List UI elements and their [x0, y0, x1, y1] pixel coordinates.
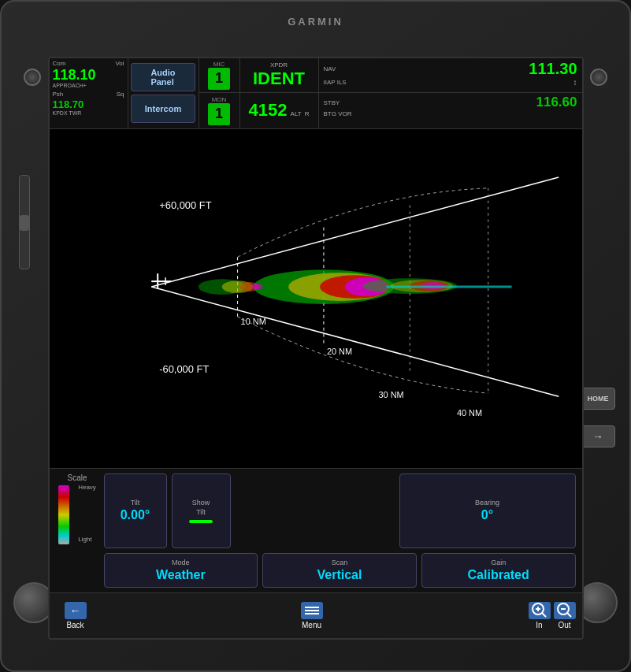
mic-num[interactable]: 1 [208, 68, 230, 90]
nav-section: NAV 111.30 IIAP ILS ↕ STBY 116.60 BTG VO… [319, 58, 582, 128]
scale-label: Scale [67, 473, 87, 482]
status-com-freq[interactable]: Com Freq / Psh Nav ▶ [317, 639, 582, 640]
menu-button[interactable]: Menu [292, 599, 332, 633]
tilt-button[interactable]: Tilt 0.00° [104, 473, 167, 548]
right-knob-top[interactable] [590, 69, 607, 86]
menu-line-1 [305, 607, 319, 608]
controls-area: Scale Heavy Light Tilt 0.00° [50, 468, 582, 592]
controls-row1: Scale Heavy Light Tilt 0.00° [56, 473, 576, 548]
bearing-button[interactable]: Bearing 0° [399, 473, 576, 548]
nav-arrow-icon: ↕ [573, 78, 577, 87]
show-tilt-button[interactable]: Show Tilt [172, 473, 231, 548]
xpdr-r-label: R [305, 110, 310, 117]
show-tilt-label2: Tilt [196, 508, 206, 516]
bottom-navigation: ← Back Menu [50, 592, 582, 638]
xpdr-section: XPDR IDENT 4152 ALT R [240, 58, 319, 128]
nav-active-freq[interactable]: 111.30 [529, 60, 577, 78]
mic-section: MIC 1 MON 1 [199, 58, 240, 128]
svg-line-35 [567, 613, 571, 617]
xpdr-alt: ALT [291, 110, 302, 117]
mode-button[interactable]: Mode Weather [104, 553, 258, 588]
scan-value: Vertical [317, 568, 362, 582]
bearing-value: 0° [481, 508, 493, 522]
scan-label: Scan [332, 559, 348, 566]
zoom-out-svg [556, 602, 573, 619]
svg-text:40 NM: 40 NM [456, 408, 481, 418]
mic-label: MIC [213, 61, 225, 68]
audio-section: AudioPanel Intercom [128, 58, 199, 128]
psh-label: Psh [53, 91, 64, 98]
status-enr[interactable]: ENR [50, 639, 184, 640]
home-button[interactable]: HOME [581, 388, 615, 410]
zoom-out-icon [554, 602, 576, 619]
zoom-out-button[interactable]: Out [554, 602, 576, 629]
device-frame: GARMIN HOME → Com Vol 118.10 APPROACH+ P… [0, 0, 631, 672]
xpdr-top: XPDR IDENT [240, 58, 318, 94]
zoom-in-svg [531, 602, 548, 619]
gain-button[interactable]: Gain Calibrated [421, 553, 576, 588]
mon-label: MON [212, 96, 227, 103]
radar-area: Radar STAB: On ACT: On +60,000 FT -60,00… [50, 129, 582, 468]
svg-text:30 NM: 30 NM [378, 390, 403, 399]
status-gps[interactable]: GPS [183, 639, 317, 640]
zoom-section: In Out [529, 602, 576, 629]
back-icon-shape: ← [65, 602, 87, 619]
intercom-button[interactable]: Intercom [131, 95, 195, 123]
main-screen: Com Vol 118.10 APPROACH+ Psh Sq 118.70 K… [48, 57, 584, 640]
com-label: Com [53, 60, 66, 67]
left-knob-top[interactable] [24, 69, 41, 86]
top-radio-bar: Com Vol 118.10 APPROACH+ Psh Sq 118.70 K… [50, 58, 582, 129]
nav-stby-label: STBY [324, 99, 340, 106]
scale-light-label: Light [78, 536, 91, 543]
zoom-in-label: In [536, 621, 542, 629]
zoom-in-icon [529, 602, 551, 619]
menu-line-3 [305, 613, 319, 614]
vol-label: Vol [115, 60, 124, 67]
tilt-value: 0.00° [121, 508, 150, 522]
menu-icon-shape [301, 602, 323, 619]
com-section: Com Vol 118.10 APPROACH+ Psh Sq 118.70 K… [50, 58, 128, 128]
mon-top: MON 1 [199, 93, 239, 128]
show-tilt-indicator [189, 520, 213, 523]
spacer [236, 473, 395, 548]
com-active-freq[interactable]: 118.10 [53, 68, 124, 84]
bearing-label: Bearing [475, 499, 499, 507]
svg-line-32 [542, 613, 546, 617]
svg-point-28 [251, 284, 262, 290]
com-active-sub: APPROACH+ [53, 83, 124, 88]
com-stby-sub: KPDX TWR [53, 110, 124, 116]
nav-stby-sub: BTG VOR [324, 110, 577, 117]
nav-stby-freq[interactable]: 116.60 [536, 95, 577, 110]
right-arrow-button[interactable]: → [581, 425, 615, 447]
gain-label: Gain [491, 559, 506, 566]
back-button[interactable]: ← Back [56, 599, 95, 633]
menu-label: Menu [302, 621, 321, 629]
sq-label: Sq [117, 91, 124, 98]
zoom-out-label: Out [558, 621, 570, 629]
scale-heavy-label: Heavy [78, 484, 96, 491]
xpdr-ident[interactable]: IDENT [253, 69, 305, 89]
mon-num[interactable]: 1 [208, 103, 230, 125]
show-tilt-label: Show [192, 499, 210, 507]
tilt-label: Tilt [131, 499, 140, 507]
left-slider[interactable] [19, 175, 30, 269]
svg-text:+60,000 FT: +60,000 FT [159, 199, 211, 210]
xpdr-bottom: 4152 ALT R [240, 93, 318, 128]
controls-row2: Mode Weather Scan Vertical Gain Calibrat… [104, 553, 576, 588]
zoom-in-button[interactable]: In [529, 602, 551, 629]
status-bar: ENR GPS Com Freq / Psh Nav ▶ [50, 638, 582, 640]
audio-panel-button[interactable]: AudioPanel [131, 63, 195, 91]
nav-bottom: STBY 116.60 BTG VOR [319, 93, 582, 128]
scan-button[interactable]: Scan Vertical [262, 553, 417, 588]
back-label: Back [66, 621, 84, 629]
radar-svg: +60,000 FT -60,000 FT 10 NM 20 NM 30 NM [50, 129, 582, 468]
svg-text:20 NM: 20 NM [326, 346, 351, 355]
mode-label: Mode [172, 559, 190, 566]
scale-bar [58, 485, 76, 548]
xpdr-label: XPDR [270, 61, 288, 69]
nav-label: NAV [324, 65, 336, 72]
menu-line-2 [305, 610, 319, 611]
com-stby-freq[interactable]: 118.70 [53, 98, 124, 110]
xpdr-code[interactable]: 4152 [249, 100, 288, 121]
back-icon: ← [64, 602, 87, 619]
